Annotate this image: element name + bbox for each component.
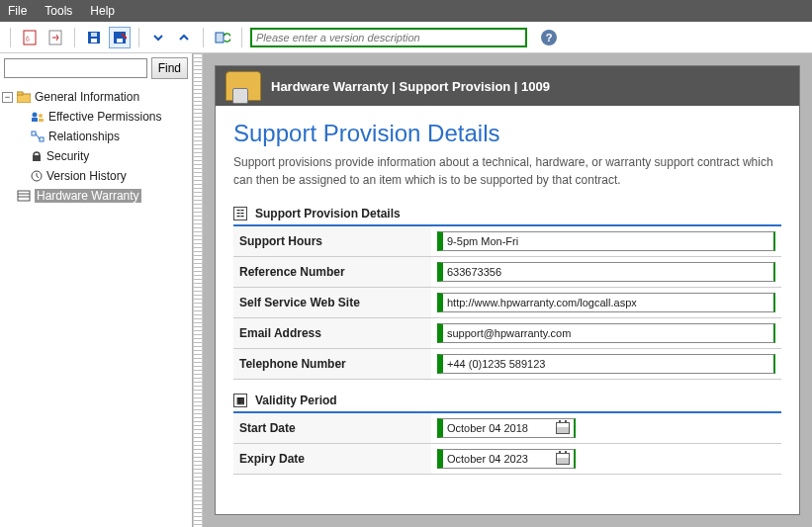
export-icon[interactable] xyxy=(45,27,66,48)
row-support-hours: Support Hours9-5pm Mon-Fri xyxy=(233,226,781,257)
svg-text:⎙: ⎙ xyxy=(26,36,30,42)
tree-version-history[interactable]: Version History xyxy=(2,166,190,186)
save-icon[interactable] xyxy=(83,27,105,48)
menu-file[interactable]: File xyxy=(8,4,27,18)
svg-rect-17 xyxy=(33,155,41,161)
calendar-icon: ▦ xyxy=(233,394,247,407)
save-edit-icon[interactable] xyxy=(109,27,131,48)
toolbar: ⎙ ? xyxy=(0,22,812,53)
svg-rect-7 xyxy=(117,39,123,43)
svg-rect-5 xyxy=(91,33,97,37)
refresh-icon[interactable] xyxy=(212,27,233,48)
tree-relationships[interactable]: Relationships xyxy=(2,127,190,146)
svg-rect-14 xyxy=(39,119,44,122)
tree-security[interactable]: Security xyxy=(2,146,190,166)
section-support-details: ☷Support Provision Details xyxy=(233,203,781,226)
svg-point-13 xyxy=(39,114,43,118)
panel-header: Hardware Warranty | Support Provision | … xyxy=(216,66,799,106)
row-email: Email Addresssupport@hpwarranty.com xyxy=(233,318,781,349)
row-reference-number: Reference Number633673356 xyxy=(233,257,781,288)
svg-point-11 xyxy=(33,113,38,118)
section-validity-period: ▦Validity Period xyxy=(233,390,781,413)
web-site-field[interactable]: http://www.hpwarranty.com/logcall.aspx xyxy=(437,293,775,312)
page-description: Support provisions provide information a… xyxy=(233,153,781,189)
sidebar: Find −General Information Effective Perm… xyxy=(0,53,193,527)
collapse-icon[interactable] xyxy=(147,27,169,48)
svg-rect-16 xyxy=(40,137,44,141)
page-title: Support Provision Details xyxy=(233,120,781,147)
menu-bar: File Tools Help xyxy=(0,0,812,22)
pdf-icon[interactable]: ⎙ xyxy=(19,27,41,48)
version-description-input[interactable] xyxy=(250,28,527,47)
start-date-field[interactable]: October 04 2018 xyxy=(437,418,576,438)
main-area: Hardware Warranty | Support Provision | … xyxy=(203,53,812,527)
email-field[interactable]: support@hpwarranty.com xyxy=(437,323,775,343)
folder-phone-icon xyxy=(226,71,261,101)
nav-tree: −General Information Effective Permissio… xyxy=(0,83,192,210)
tree-hardware-warranty[interactable]: Hardware Warranty xyxy=(2,186,190,206)
expiry-date-field[interactable]: October 04 2023 xyxy=(437,449,576,469)
expand-icon[interactable] xyxy=(173,27,195,48)
support-hours-field[interactable]: 9-5pm Mon-Fri xyxy=(437,231,775,251)
calendar-picker-icon[interactable] xyxy=(556,422,570,434)
svg-rect-10 xyxy=(17,92,23,95)
svg-rect-15 xyxy=(32,132,36,135)
telephone-field[interactable]: +44 (0)1235 589123 xyxy=(437,354,775,374)
row-telephone: Telephone Number+44 (0)1235 589123 xyxy=(233,349,781,380)
calendar-picker-icon[interactable] xyxy=(556,453,570,465)
row-expiry-date: Expiry DateOctober 04 2023 xyxy=(233,444,781,475)
reference-number-field[interactable]: 633673356 xyxy=(437,262,775,282)
menu-help[interactable]: Help xyxy=(90,4,115,18)
tree-effective-permissions[interactable]: Effective Permissions xyxy=(2,107,190,127)
tree-root[interactable]: −General Information xyxy=(2,87,190,107)
svg-rect-12 xyxy=(32,118,38,122)
splitter[interactable] xyxy=(193,53,203,527)
row-start-date: Start DateOctober 04 2018 xyxy=(233,413,781,444)
find-button[interactable]: Find xyxy=(151,57,188,79)
help-icon[interactable]: ? xyxy=(541,30,557,45)
find-input[interactable] xyxy=(4,58,147,78)
svg-rect-4 xyxy=(91,39,97,43)
menu-tools[interactable]: Tools xyxy=(45,4,72,18)
svg-rect-8 xyxy=(216,33,224,43)
panel-title: Hardware Warranty | Support Provision | … xyxy=(271,79,550,94)
svg-rect-19 xyxy=(18,191,30,201)
row-self-service-web: Self Service Web Sitehttp://www.hpwarran… xyxy=(233,288,781,318)
form-icon: ☷ xyxy=(233,207,247,220)
